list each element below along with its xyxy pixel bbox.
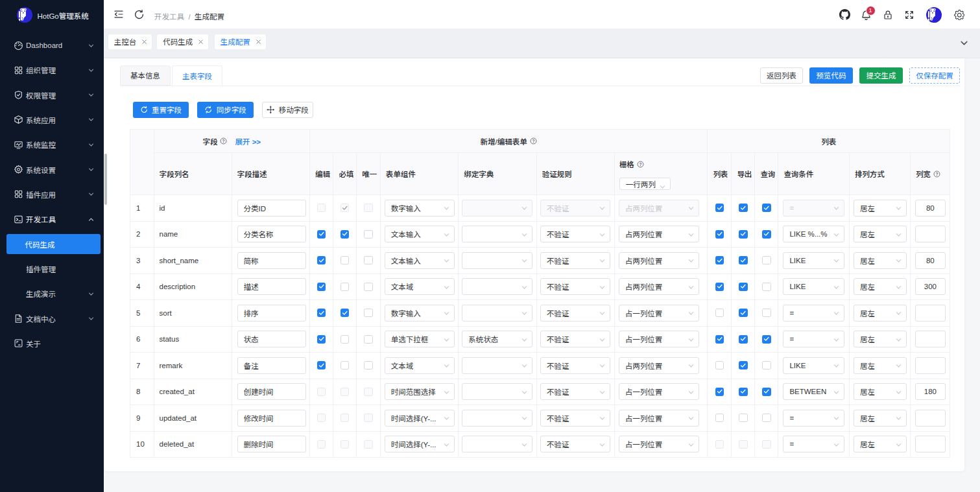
svg-text:?: ? xyxy=(935,171,938,176)
svg-text:?: ? xyxy=(532,139,534,143)
svg-text:?: ? xyxy=(222,139,225,143)
svg-text:?: ? xyxy=(639,161,641,166)
